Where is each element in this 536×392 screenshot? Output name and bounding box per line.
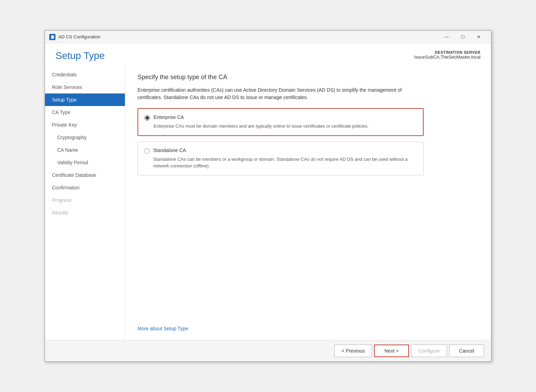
standalone-ca-card[interactable]: Standalone CA Standalone CAs can be memb…: [137, 142, 424, 175]
destination-server-name: IssueSubCA.TheSecMaster.local: [414, 54, 481, 60]
description-text: Enterprise certification authorities (CA…: [137, 86, 424, 101]
app-icon: 📄: [49, 34, 55, 40]
sidebar-item-role-services[interactable]: Role Services: [45, 81, 125, 93]
main-body: Credentials Role Services Setup Type CA …: [45, 65, 491, 340]
previous-button[interactable]: < Previous: [334, 345, 372, 357]
enterprise-ca-radio[interactable]: [144, 115, 150, 121]
minimize-button[interactable]: —: [439, 32, 455, 42]
footer: < Previous Next > Configure Cancel: [45, 340, 491, 361]
header-strip: Setup Type DESTINATION SERVER IssueSubCA…: [45, 43, 491, 65]
close-button[interactable]: ✕: [471, 32, 487, 42]
sidebar-item-certificate-database[interactable]: Certificate Database: [45, 169, 125, 181]
sidebar-item-ca-type[interactable]: CA Type: [45, 106, 125, 119]
destination-server-label: DESTINATION SERVER: [414, 50, 481, 54]
sidebar-item-setup-type[interactable]: Setup Type: [45, 93, 125, 106]
sidebar-item-ca-name[interactable]: CA Name: [45, 144, 125, 156]
window-controls: — ☐ ✕: [439, 32, 487, 42]
configure-button[interactable]: Configure: [411, 345, 447, 357]
content-area: Setup Type DESTINATION SERVER IssueSubCA…: [45, 43, 491, 361]
destination-server-info: DESTINATION SERVER IssueSubCA.TheSecMast…: [414, 50, 481, 60]
next-button[interactable]: Next >: [374, 345, 409, 357]
enterprise-ca-card[interactable]: Enterprise CA Enterprise CAs must be dom…: [137, 108, 424, 136]
sidebar-item-validity-period[interactable]: Validity Period: [45, 156, 125, 169]
page-title: Setup Type: [55, 50, 105, 61]
main-window: 📄 AD CS Configuration — ☐ ✕ Setup Type D…: [45, 30, 491, 362]
title-bar: 📄 AD CS Configuration — ☐ ✕: [45, 31, 491, 43]
sidebar: Credentials Role Services Setup Type CA …: [45, 65, 125, 340]
standalone-ca-radio[interactable]: [144, 148, 150, 154]
maximize-button[interactable]: ☐: [455, 32, 471, 42]
main-content: Specify the setup type of the CA Enterpr…: [125, 65, 491, 340]
enterprise-ca-description: Enterprise CAs must be domain members an…: [154, 123, 417, 130]
more-about-setup-type-link[interactable]: More about Setup Type: [137, 319, 479, 331]
section-heading: Specify the setup type of the CA: [137, 74, 479, 81]
sidebar-item-progress: Progress: [45, 194, 125, 206]
standalone-ca-label: Standalone CA: [153, 148, 186, 153]
cancel-button[interactable]: Cancel: [449, 345, 484, 357]
sidebar-item-cryptography[interactable]: Cryptography: [45, 131, 125, 144]
sidebar-item-results: Results: [45, 206, 125, 219]
window-title: AD CS Configuration: [58, 34, 439, 39]
sidebar-item-credentials[interactable]: Credentials: [45, 68, 125, 81]
sidebar-item-confirmation[interactable]: Confirmation: [45, 181, 125, 194]
enterprise-ca-label: Enterprise CA: [154, 114, 184, 120]
sidebar-item-private-key[interactable]: Private Key: [45, 119, 125, 131]
standalone-ca-description: Standalone CAs can be members or a workg…: [153, 156, 417, 169]
